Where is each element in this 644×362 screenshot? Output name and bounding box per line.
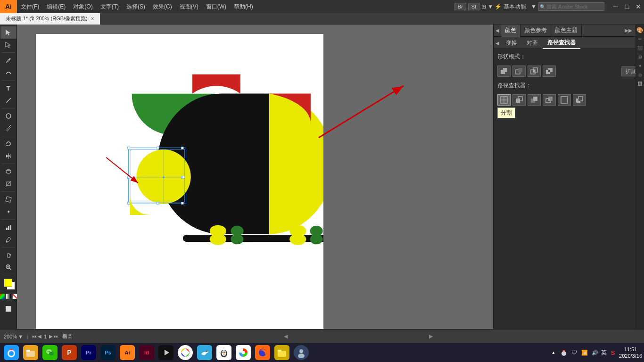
svg-point-89 <box>224 352 226 353</box>
menu-view[interactable]: 视图(V) <box>176 0 202 13</box>
taskbar-filemanager[interactable] <box>21 344 40 361</box>
menu-help[interactable]: 帮助(H) <box>230 0 257 13</box>
bar-chart-tool[interactable] <box>0 221 17 233</box>
sub-panel-collapse[interactable]: ◀ <box>494 41 501 46</box>
menu-text[interactable]: 文字(T) <box>97 0 123 13</box>
graphic-styles-icon[interactable]: ◎ <box>636 71 644 79</box>
first-page-button[interactable]: ⏮ <box>32 334 37 339</box>
menu-window[interactable]: 窗口(W) <box>202 0 230 13</box>
panel-tab-colortheme[interactable]: 颜色主题 <box>551 25 582 37</box>
prev-page-button[interactable]: ◀ <box>38 334 41 339</box>
panel-tab-colorref[interactable]: 颜色参考 <box>520 25 551 37</box>
menu-select[interactable]: 选择(S) <box>123 0 149 13</box>
direct-selection-tool[interactable] <box>0 39 17 51</box>
zoom-tool[interactable] <box>0 261 17 273</box>
line-tool[interactable] <box>0 94 17 107</box>
taskbar-qqbrowser[interactable] <box>2 344 21 361</box>
menu-object[interactable]: 对象(O) <box>69 0 96 13</box>
intersect-button[interactable] <box>528 66 541 77</box>
tray-wifi-icon[interactable]: 📶 <box>580 348 589 357</box>
reflect-tool[interactable] <box>0 150 17 162</box>
symbol-tool[interactable]: ✦ <box>0 206 17 218</box>
fill-swatch[interactable] <box>4 279 12 287</box>
menu-edit[interactable]: 编辑(E) <box>43 0 69 13</box>
taskbar-folder[interactable] <box>272 344 291 361</box>
taskbar-bird[interactable] <box>195 344 214 361</box>
outline-button[interactable] <box>558 94 571 106</box>
menu-effect[interactable]: 效果(C) <box>149 0 176 13</box>
sub-tab-pathfinder[interactable]: 路径查找器 <box>543 37 580 49</box>
taskbar-firefox[interactable] <box>253 344 272 361</box>
sub-tab-transform[interactable]: 变换 <box>501 37 522 49</box>
sync-icon[interactable]: ⚡ <box>495 3 502 10</box>
taskbar-indesign[interactable]: Id <box>137 344 156 361</box>
taskbar-photoshop[interactable]: Ps <box>99 344 117 361</box>
taskbar-premiere[interactable]: Pr <box>79 344 98 361</box>
ellipse-tool[interactable] <box>0 110 17 122</box>
crop-button[interactable] <box>543 94 556 106</box>
scale-tool[interactable] <box>0 178 17 190</box>
bridge-button[interactable]: Br <box>454 3 466 10</box>
pencil-tool[interactable] <box>0 122 17 134</box>
taskbar-powerpoint[interactable]: P <box>60 344 79 361</box>
nav-arrows-left[interactable]: ◀ <box>284 333 288 339</box>
menu-file[interactable]: 文件(F) <box>17 0 43 13</box>
eyedropper-tool[interactable] <box>0 233 17 246</box>
pen-tool[interactable] <box>0 54 17 66</box>
hand-tool[interactable] <box>0 249 17 261</box>
panel-collapse-icon[interactable]: ▶▶ <box>624 26 633 35</box>
taskbar-avatar[interactable] <box>292 344 311 361</box>
exclude-button[interactable] <box>543 66 556 77</box>
nav-arrows-right[interactable]: ▶ <box>429 333 433 339</box>
tray-volume-icon[interactable]: 🔊 <box>591 348 599 357</box>
artboard-tool[interactable]: ⬜ <box>0 303 17 315</box>
next-page-button[interactable]: ▶ <box>49 334 53 339</box>
selection-tool[interactable] <box>0 26 17 39</box>
brush-icon[interactable]: ✏ <box>636 35 644 43</box>
minimize-button[interactable]: ─ <box>610 0 621 13</box>
svg-marker-3 <box>6 145 8 146</box>
close-button[interactable]: ✕ <box>633 0 644 13</box>
grid-icon[interactable]: ⊞ <box>481 3 486 10</box>
taskbar-penguin[interactable] <box>215 344 233 361</box>
maximize-button[interactable]: □ <box>621 0 633 13</box>
workspace-dropdown-icon[interactable]: ▼ <box>531 3 537 10</box>
appearance-icon[interactable]: 🅰 <box>636 80 644 88</box>
minus-front-button[interactable] <box>512 66 526 77</box>
sub-tab-align[interactable]: 对齐 <box>522 37 543 49</box>
curvature-tool[interactable] <box>0 66 17 79</box>
unite-button[interactable] <box>497 66 511 77</box>
search-input[interactable] <box>538 2 604 11</box>
tray-arrow-up[interactable]: ▲ <box>549 348 558 357</box>
taskbar-media[interactable] <box>157 344 175 361</box>
stock-button[interactable]: St <box>468 3 479 10</box>
artboards-icon[interactable]: ⊞ <box>636 53 644 61</box>
color-icon[interactable] <box>0 294 5 299</box>
divide-button[interactable] <box>497 94 511 106</box>
rotate-tool[interactable] <box>0 138 17 150</box>
type-tool[interactable]: T <box>0 82 17 94</box>
layers-icon[interactable]: ⬛ <box>636 44 644 52</box>
zoom-dropdown-icon[interactable]: ▼ <box>18 334 23 339</box>
color-wheel-icon[interactable]: 🎨 <box>636 26 644 34</box>
taskbar-wechat[interactable] <box>41 344 59 361</box>
tray-sougou-icon[interactable]: S <box>609 348 617 357</box>
taskbar-chrome[interactable] <box>234 344 253 361</box>
minus-back-button[interactable] <box>573 94 586 106</box>
svg-line-46 <box>106 157 138 183</box>
document-tab[interactable]: 未标题-1* @ 200% (RGB/像素预览) ✕ <box>0 13 100 25</box>
panel-tab-color[interactable]: 颜色 <box>501 25 520 37</box>
merge-button[interactable] <box>528 94 541 106</box>
arrange-icon[interactable]: ▼ <box>487 3 493 10</box>
warp-tool[interactable] <box>0 165 17 178</box>
close-tab-icon[interactable]: ✕ <box>91 16 94 21</box>
taskbar-colorful[interactable] <box>176 344 195 361</box>
tray-antivirus-icon[interactable]: 🛡 <box>570 348 578 357</box>
symbols-icon[interactable]: ✦ <box>636 62 644 70</box>
taskbar-illustrator[interactable]: Ai <box>118 344 137 361</box>
last-page-button[interactable]: ⏭ <box>54 334 58 339</box>
free-transform-tool[interactable] <box>0 193 17 206</box>
gradient-icon[interactable] <box>6 294 11 299</box>
tray-qq-icon[interactable] <box>560 348 568 357</box>
trim-button[interactable] <box>512 94 526 106</box>
